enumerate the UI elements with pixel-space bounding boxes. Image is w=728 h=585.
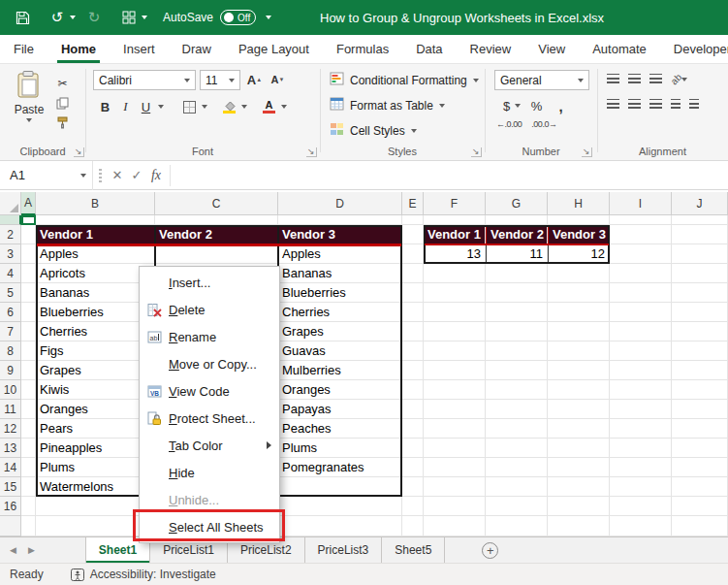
row-header-5[interactable]: 5 bbox=[0, 283, 21, 303]
cell-E2[interactable] bbox=[402, 225, 424, 244]
font-size-select[interactable]: 11 bbox=[200, 70, 240, 90]
cell-E12[interactable] bbox=[402, 419, 424, 439]
cell-G12[interactable] bbox=[486, 419, 548, 439]
cell-J5[interactable] bbox=[672, 283, 728, 303]
cell-F2[interactable]: Vendor 1 bbox=[424, 225, 486, 244]
cell-F12[interactable] bbox=[424, 419, 486, 439]
number-dialog-launcher-icon[interactable]: ↘ bbox=[582, 147, 592, 157]
align-left-icon[interactable] bbox=[607, 99, 619, 110]
row-header-3[interactable]: 3 bbox=[0, 244, 21, 264]
cell-A2[interactable] bbox=[21, 225, 36, 244]
comma-style-button[interactable]: , bbox=[553, 96, 569, 115]
cell-D14[interactable]: Pomegranates bbox=[278, 458, 402, 477]
cell-D2[interactable]: Vendor 3 bbox=[278, 225, 402, 244]
menu-item-insert[interactable]: Insert... bbox=[140, 269, 279, 296]
accessibility-icon[interactable] bbox=[71, 569, 84, 581]
cell-J8[interactable] bbox=[672, 341, 728, 361]
cell-B15[interactable]: Watermelons bbox=[36, 477, 155, 497]
cell-I17[interactable] bbox=[610, 516, 672, 536]
cell-F14[interactable] bbox=[424, 458, 486, 477]
cell-G6[interactable] bbox=[486, 303, 548, 322]
cell-I11[interactable] bbox=[610, 400, 672, 419]
column-header-j[interactable]: J bbox=[672, 192, 728, 215]
cell-D5[interactable]: Blueberries bbox=[278, 283, 402, 303]
cell-D10[interactable]: Oranges bbox=[278, 380, 402, 400]
cell-J6[interactable] bbox=[672, 303, 728, 322]
cell-J10[interactable] bbox=[672, 380, 728, 400]
prev-sheet-icon[interactable]: ◀ bbox=[10, 545, 16, 555]
cell-E17[interactable] bbox=[402, 516, 424, 536]
cell-D11[interactable]: Papayas bbox=[278, 400, 402, 419]
cell-D4[interactable]: Bananas bbox=[278, 264, 402, 283]
cell-B16[interactable] bbox=[36, 497, 155, 516]
shrink-font-icon[interactable]: A▼ bbox=[269, 70, 286, 89]
cell-G4[interactable] bbox=[486, 264, 548, 283]
column-header-d[interactable]: D bbox=[278, 192, 402, 215]
cell-A12[interactable] bbox=[21, 419, 36, 439]
cell-E5[interactable] bbox=[402, 283, 424, 303]
cell-G13[interactable] bbox=[486, 439, 548, 458]
ribbon-tab-view[interactable]: View bbox=[524, 35, 579, 63]
cell-G7[interactable] bbox=[486, 322, 548, 341]
font-color-dropdown-icon[interactable] bbox=[281, 105, 287, 109]
cell-B2[interactable]: Vendor 1 bbox=[36, 225, 155, 244]
bold-button[interactable]: B bbox=[97, 97, 113, 116]
cell-G5[interactable] bbox=[486, 283, 548, 303]
cell-J16[interactable] bbox=[672, 497, 728, 516]
column-header-g[interactable]: G bbox=[486, 192, 548, 215]
cell-A1[interactable] bbox=[21, 215, 36, 225]
cell-I2[interactable] bbox=[610, 225, 672, 244]
cell-H7[interactable] bbox=[548, 322, 610, 341]
new-sheet-icon[interactable]: + bbox=[482, 542, 498, 559]
cell-E3[interactable] bbox=[402, 244, 424, 264]
cell-B13[interactable]: Pineapples bbox=[36, 439, 155, 458]
cell-F4[interactable] bbox=[424, 264, 486, 283]
cell-J1[interactable] bbox=[672, 215, 728, 225]
cell-I13[interactable] bbox=[610, 439, 672, 458]
font-name-select[interactable]: Calibri bbox=[93, 70, 196, 90]
cell-J2[interactable] bbox=[672, 225, 728, 244]
column-header-i[interactable]: I bbox=[610, 192, 672, 215]
ribbon-tab-page-layout[interactable]: Page Layout bbox=[225, 35, 323, 63]
cell-H5[interactable] bbox=[548, 283, 610, 303]
column-header-a[interactable]: A bbox=[21, 192, 36, 215]
cell-F9[interactable] bbox=[424, 361, 486, 380]
cell-F13[interactable] bbox=[424, 439, 486, 458]
cell-D6[interactable]: Cherries bbox=[278, 303, 402, 322]
column-header-c[interactable]: C bbox=[155, 192, 278, 215]
name-box[interactable]: A1 bbox=[0, 161, 93, 190]
cell-D8[interactable]: Guavas bbox=[278, 341, 402, 361]
undo-dropdown-icon[interactable] bbox=[70, 16, 76, 19]
cell-D9[interactable]: Mulberries bbox=[278, 361, 402, 380]
cell-A7[interactable] bbox=[21, 322, 36, 341]
menu-item-move-or-copy[interactable]: Move or Copy... bbox=[140, 350, 279, 377]
cell-I16[interactable] bbox=[610, 497, 672, 516]
format-as-table-button[interactable]: Format as Table bbox=[330, 97, 445, 114]
row-header-2[interactable]: 2 bbox=[0, 225, 21, 244]
cell-J14[interactable] bbox=[672, 458, 728, 477]
cell-I14[interactable] bbox=[610, 458, 672, 477]
borders-icon[interactable] bbox=[181, 97, 198, 116]
align-middle-icon[interactable] bbox=[628, 74, 641, 84]
cell-A11[interactable] bbox=[21, 400, 36, 419]
cell-G9[interactable] bbox=[486, 361, 548, 380]
cell-G8[interactable] bbox=[486, 341, 548, 361]
menu-item-view-code[interactable]: VBView Code bbox=[140, 377, 279, 405]
cell-D16[interactable] bbox=[278, 497, 402, 516]
cell-E8[interactable] bbox=[402, 341, 424, 361]
ribbon-tab-draw[interactable]: Draw bbox=[169, 35, 225, 63]
cell-E4[interactable] bbox=[402, 264, 424, 283]
row-header-17[interactable] bbox=[0, 516, 21, 536]
cell-H17[interactable] bbox=[548, 516, 610, 536]
cell-A16[interactable] bbox=[21, 497, 36, 516]
cell-B11[interactable]: Oranges bbox=[36, 400, 155, 419]
cell-E7[interactable] bbox=[402, 322, 424, 341]
cell-H8[interactable] bbox=[548, 341, 610, 361]
row-header-14[interactable]: 14 bbox=[0, 458, 21, 477]
accounting-format-button[interactable]: $ bbox=[498, 96, 521, 115]
cell-A6[interactable] bbox=[21, 303, 36, 322]
cell-B1[interactable] bbox=[36, 215, 155, 225]
cell-I4[interactable] bbox=[610, 264, 672, 283]
cell-G2[interactable]: Vendor 2 bbox=[486, 225, 548, 244]
cell-G17[interactable] bbox=[486, 516, 548, 536]
